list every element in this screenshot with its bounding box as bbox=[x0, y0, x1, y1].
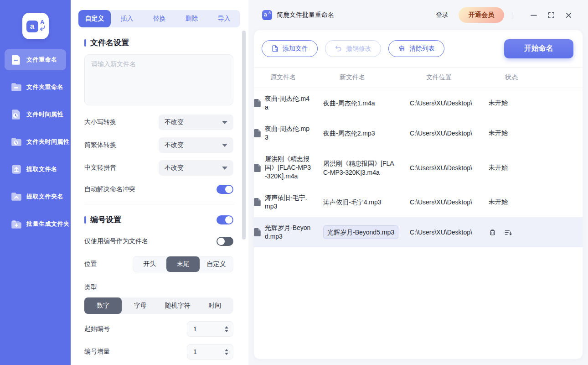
position-option-start[interactable]: 开头 bbox=[133, 256, 166, 272]
number-only-label: 仅使用编号作为文件名 bbox=[84, 237, 148, 245]
fullscreen-button[interactable] bbox=[547, 11, 555, 19]
new-filename-input[interactable] bbox=[84, 54, 233, 105]
reorder-icon bbox=[504, 229, 512, 236]
type-option-random[interactable]: 随机字符 bbox=[159, 297, 196, 314]
new-filename-edit-box[interactable]: 光辉岁月-Beyond5.mp3 bbox=[323, 225, 398, 239]
sidebar-item-batch-create-folder[interactable]: 批量生成文件夹 bbox=[5, 214, 66, 235]
new-filename: 夜曲-周杰伦2.mp3 bbox=[323, 129, 402, 138]
titlebar: aA 简鹿文件批量重命名 登录 开通会员 bbox=[248, 0, 588, 30]
numbering-section-title: 编号设置 bbox=[90, 214, 121, 225]
clear-list-button[interactable]: 清除列表 bbox=[388, 40, 444, 57]
pinyin-convert-select[interactable]: 不改变 bbox=[159, 160, 233, 176]
type-label: 类型 bbox=[84, 283, 233, 292]
case-convert-select[interactable]: 不改变 bbox=[159, 115, 233, 130]
sidebar-item-label: 文件时间属性 bbox=[26, 110, 63, 119]
folder-time-icon bbox=[10, 136, 22, 148]
sidebar-item-label: 文件夹时间属性 bbox=[26, 138, 70, 146]
increment-label: 编号增量 bbox=[84, 348, 110, 356]
tab-custom[interactable]: 自定义 bbox=[78, 10, 111, 27]
app-title: 简鹿文件批量重命名 bbox=[277, 11, 334, 19]
traditional-convert-value: 不改变 bbox=[165, 141, 184, 149]
position-option-end[interactable]: 末尾 bbox=[166, 256, 200, 272]
tab-import[interactable]: 导入 bbox=[208, 10, 240, 27]
case-convert-value: 不改变 bbox=[165, 118, 184, 126]
pinyin-convert-label: 中文转拼音 bbox=[84, 164, 116, 172]
auto-resolve-toggle[interactable] bbox=[217, 185, 233, 194]
increment-input[interactable] bbox=[187, 348, 216, 355]
login-button[interactable]: 登录 bbox=[436, 11, 449, 19]
minimize-button[interactable] bbox=[530, 11, 538, 19]
numbering-toggle[interactable] bbox=[217, 215, 233, 224]
position-option-custom[interactable]: 自定义 bbox=[200, 256, 233, 272]
sidebar-item-extract-filename[interactable]: 提取文件名 bbox=[5, 159, 66, 180]
extract-filename-icon bbox=[10, 163, 22, 175]
sidebar-item-file-time[interactable]: 文件时间属性 bbox=[5, 104, 66, 125]
table-row[interactable]: 涛声依旧-毛宁.mp3 涛声依旧-毛宁4.mp3 C:\Users\XU\Des… bbox=[254, 187, 583, 217]
tab-insert[interactable]: 插入 bbox=[111, 10, 143, 27]
original-filename: 夜曲-周杰伦.mp3 bbox=[265, 125, 312, 142]
tab-delete[interactable]: 删除 bbox=[175, 10, 208, 27]
number-only-toggle[interactable] bbox=[217, 237, 233, 246]
section-accent-bar bbox=[84, 39, 86, 47]
file-icon bbox=[254, 99, 261, 107]
file-toolbar: 添加文件 撤销修改 清除列表 开始命名 bbox=[254, 30, 583, 68]
increment-stepper bbox=[187, 344, 233, 360]
start-number-input[interactable] bbox=[187, 325, 216, 333]
reorder-row-button[interactable] bbox=[504, 229, 512, 236]
stepper-arrows-icon[interactable] bbox=[225, 344, 228, 359]
type-option-time[interactable]: 时间 bbox=[196, 297, 233, 314]
original-filename: 涛声依旧-毛宁.mp3 bbox=[265, 193, 312, 211]
traditional-convert-select[interactable]: 不改变 bbox=[159, 137, 233, 153]
sidebar-item-label: 提取文件夹名 bbox=[26, 193, 63, 201]
clear-brush-icon bbox=[398, 45, 406, 52]
table-row[interactable]: 屠洪刚《精忠报国》[FLAC-MP3-320K].m4a 屠洪刚《精忠报国》[F… bbox=[254, 148, 583, 187]
sidebar-item-folder-time[interactable]: 文件夹时间属性 bbox=[5, 131, 66, 152]
file-icon bbox=[254, 228, 261, 236]
type-option-letter[interactable]: 字母 bbox=[122, 297, 159, 314]
sidebar-item-extract-foldername[interactable]: 提取文件夹名 bbox=[5, 186, 66, 207]
close-button[interactable] bbox=[565, 11, 573, 19]
table-row[interactable]: 夜曲-周杰伦.mp3 夜曲-周杰伦2.mp3 C:\Users\XU\Deskt… bbox=[254, 118, 583, 148]
logo-arrow-icon bbox=[39, 26, 46, 31]
file-path: C:\Users\XU\Desktop\ bbox=[410, 130, 489, 137]
sidebar-item-file-rename[interactable]: 文件重命名 bbox=[5, 49, 66, 70]
tab-replace[interactable]: 替换 bbox=[143, 10, 175, 27]
chevron-down-icon bbox=[222, 121, 227, 124]
vip-button[interactable]: 开通会员 bbox=[459, 7, 504, 23]
undo-button[interactable]: 撤销修改 bbox=[325, 40, 381, 57]
table-row-selected[interactable]: 光辉岁月-Beyond.mp3 光辉岁月-Beyond5.mp3 C:\User… bbox=[254, 217, 583, 247]
status-label: 未开始 bbox=[489, 99, 583, 107]
type-option-number[interactable]: 数字 bbox=[84, 297, 122, 314]
start-number-stepper bbox=[187, 321, 233, 337]
table-row[interactable]: 夜曲-周杰伦.m4a 夜曲-周杰伦1.m4a C:\Users\XU\Deskt… bbox=[254, 88, 583, 118]
auto-resolve-label: 自动解决命名冲突 bbox=[84, 185, 135, 193]
file-time-icon bbox=[10, 109, 22, 120]
sidebar: a A 文件重命名 文件夹重命名 文件时间属性 文件夹时间属性 提取文件名 提取… bbox=[0, 0, 71, 365]
chevron-down-icon bbox=[222, 144, 227, 147]
file-path: C:\Users\XU\Desktop\ bbox=[410, 99, 489, 107]
main-panel: aA 简鹿文件批量重命名 登录 开通会员 添加文件 撤销修改 清除列表 开始命名 bbox=[248, 0, 588, 365]
batch-create-folder-icon bbox=[10, 218, 22, 230]
extract-foldername-icon bbox=[10, 191, 22, 203]
status-label: 未开始 bbox=[489, 198, 583, 206]
case-convert-label: 大小写转换 bbox=[84, 118, 116, 126]
status-label: 未开始 bbox=[489, 164, 583, 172]
delete-row-button[interactable] bbox=[489, 229, 496, 236]
chevron-down-icon bbox=[222, 167, 227, 170]
sidebar-item-label: 提取文件名 bbox=[26, 165, 57, 173]
stepper-arrows-icon[interactable] bbox=[225, 322, 228, 336]
file-rename-icon bbox=[10, 54, 22, 66]
add-files-button[interactable]: 添加文件 bbox=[262, 40, 318, 57]
start-rename-button[interactable]: 开始命名 bbox=[504, 39, 573, 58]
close-icon bbox=[565, 11, 573, 19]
column-new-name: 新文件名 bbox=[340, 73, 426, 82]
sidebar-item-folder-rename[interactable]: 文件夹重命名 bbox=[5, 77, 66, 98]
original-filename: 夜曲-周杰伦.m4a bbox=[265, 94, 312, 112]
new-filename: 涛声依旧-毛宁4.mp3 bbox=[323, 198, 402, 207]
sidebar-nav: 文件重命名 文件夹重命名 文件时间属性 文件夹时间属性 提取文件名 提取文件夹名… bbox=[0, 49, 71, 235]
filename-section-title: 文件名设置 bbox=[90, 37, 129, 48]
section-divider bbox=[84, 204, 234, 204]
sidebar-item-label: 文件夹重命名 bbox=[26, 83, 63, 91]
original-filename: 光辉岁月-Beyond.mp3 bbox=[265, 224, 312, 241]
settings-scrollbar[interactable] bbox=[242, 31, 246, 240]
